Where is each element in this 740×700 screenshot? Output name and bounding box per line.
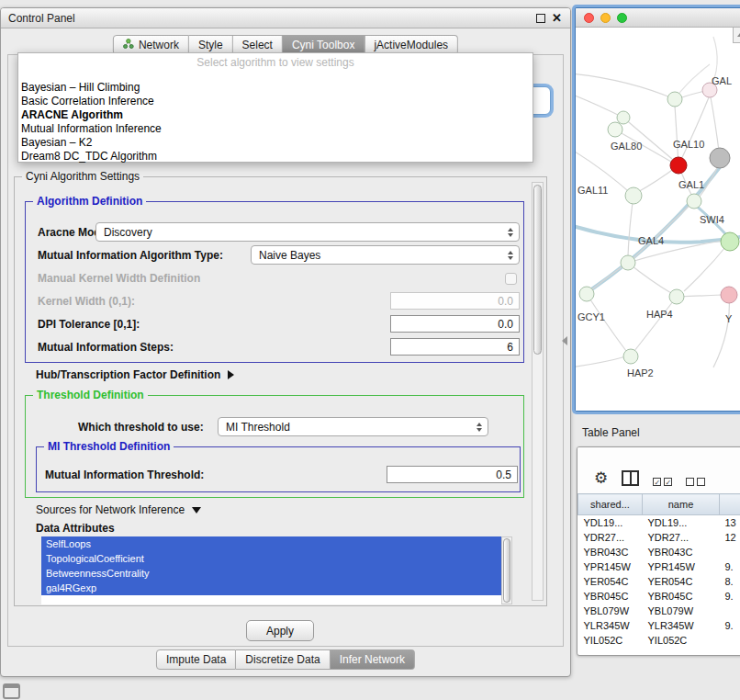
kernel-width-label: Kernel Width (0,1):	[38, 295, 135, 308]
sources-expander[interactable]: Sources for Network Inference	[36, 503, 201, 516]
network-node[interactable]	[670, 157, 687, 174]
which-threshold-value: MI Threshold	[226, 421, 290, 434]
table-row[interactable]: YDL19...YDL19...13	[578, 515, 740, 531]
minimized-panel-icon[interactable]	[3, 683, 20, 699]
settings-scrollbar[interactable]	[532, 182, 544, 601]
mi-threshold-input[interactable]: 0.5	[387, 466, 518, 483]
mi-threshold-value: 0.5	[496, 469, 511, 481]
algorithm-option-bayesian-k2[interactable]: Bayesian – K2	[18, 136, 533, 150]
algorithm-option-aracne-algorithm[interactable]: ARACNE Algorithm	[18, 108, 533, 122]
network-node[interactable]	[621, 255, 635, 270]
select-all-rows-icon[interactable]: ✓✓	[653, 478, 672, 486]
apply-button[interactable]: Apply	[246, 620, 314, 641]
hub-definition-expander[interactable]: Hub/Transcription Factor Definition	[36, 368, 234, 381]
settings-scrollbar-thumb[interactable]	[533, 185, 542, 355]
scroll-up-button[interactable]	[733, 28, 740, 43]
table-row[interactable]: YBR045CYBR045C9.	[578, 589, 740, 604]
network-edge[interactable]	[576, 94, 623, 118]
network-node[interactable]	[623, 349, 638, 364]
network-node[interactable]	[617, 111, 630, 124]
table-row[interactable]: YIL052CYIL052C	[578, 633, 740, 648]
table-toolbar: ⚙ ✓✓	[577, 447, 740, 493]
column-header-name[interactable]: name	[643, 494, 720, 515]
mi-steps-input[interactable]: 6	[390, 338, 520, 356]
aracne-mode-select[interactable]: Discovery	[95, 222, 520, 242]
tab-impute-data[interactable]: Impute Data	[156, 649, 236, 670]
network-canvas[interactable]: GALGAL80GAL10GAL11GAL1SWI4GAL4GCY1HAP4HA…	[576, 28, 740, 411]
deselect-all-rows-icon[interactable]	[686, 478, 705, 486]
panel-collapse-handle-icon[interactable]	[562, 336, 567, 345]
attribute-list-scrollbar-thumb[interactable]	[503, 538, 510, 603]
float-window-button[interactable]	[536, 14, 545, 23]
cyni-settings-group-title: Cyni Algorithm Settings	[22, 170, 143, 183]
network-node[interactable]	[721, 287, 737, 303]
table-panel-window: ⚙ ✓✓ shared...name YDL19...YDL19...13YDR…	[577, 446, 740, 656]
network-window-titlebar[interactable]	[576, 8, 740, 28]
kernel-width-input[interactable]: 0.0	[390, 292, 520, 310]
network-node[interactable]	[721, 232, 739, 251]
attribute-item-selfloops[interactable]: SelfLoops	[41, 536, 501, 551]
control-panel-window: Control Panel ✕ NetworkStyleSelectCyni T…	[0, 7, 571, 677]
table-row[interactable]: YPR145WYPR145W9.	[578, 559, 740, 574]
manual-kernel-checkbox[interactable]	[505, 273, 517, 285]
network-node[interactable]	[608, 122, 622, 137]
network-edge[interactable]	[628, 263, 671, 293]
table-cell: 9.	[720, 559, 740, 574]
network-node[interactable]	[625, 187, 642, 204]
manual-kernel-label: Manual Kernel Width Definition	[38, 272, 200, 285]
network-edge[interactable]	[713, 295, 729, 367]
network-edge[interactable]	[587, 294, 626, 351]
gear-icon[interactable]: ⚙	[594, 470, 608, 486]
network-node[interactable]	[687, 194, 701, 209]
network-graph[interactable]: GALGAL80GAL10GAL11GAL1SWI4GAL4GCY1HAP4HA…	[576, 28, 740, 410]
algorithm-option-basic-correlation-inference[interactable]: Basic Correlation Inference	[18, 95, 533, 108]
attribute-item-gal4rgexp[interactable]: gal4RGexp	[41, 581, 501, 595]
table-cell: YDR27...	[578, 530, 643, 545]
network-node[interactable]	[579, 287, 594, 301]
combo-arrows-icon	[508, 251, 513, 260]
control-panel-titlebar[interactable]: Control Panel ✕	[1, 8, 570, 28]
network-node[interactable]	[667, 92, 682, 107]
close-traffic-light[interactable]	[584, 13, 594, 23]
data-attributes-label: Data Attributes	[36, 522, 115, 535]
attribute-item-betweennesscentrality[interactable]: BetweennessCentrality	[41, 566, 501, 581]
dpi-tolerance-input[interactable]: 0.0	[390, 315, 520, 333]
attribute-item-topologicalcoefficient[interactable]: TopologicalCoefficient	[41, 551, 501, 566]
algorithm-option-dream8-dc-tdc-algorithm[interactable]: Dream8 DC_TDC Algorithm	[18, 150, 533, 164]
table-row[interactable]: YBR043CYBR043C	[578, 545, 740, 559]
tab-label: Infer Network	[340, 653, 405, 666]
attribute-list-scrollbar[interactable]	[501, 536, 512, 604]
network-edge[interactable]	[634, 297, 677, 351]
network-node[interactable]	[710, 148, 730, 168]
algorithm-option-mutual-information-inference[interactable]: Mutual Information Inference	[18, 122, 533, 136]
network-edge[interactable]	[576, 356, 626, 367]
tab-discretize-data[interactable]: Discretize Data	[236, 649, 330, 670]
column-header-extra[interactable]	[720, 494, 740, 515]
table-row[interactable]: YLR345WYLR345W9.	[578, 618, 740, 633]
network-edge[interactable]	[675, 106, 678, 165]
table-row[interactable]: YBL079WYBL079W	[578, 604, 740, 618]
close-window-button[interactable]: ✕	[552, 12, 562, 24]
minimize-traffic-light[interactable]	[600, 13, 611, 23]
apply-button-label: Apply	[266, 625, 294, 638]
network-edge[interactable]	[678, 97, 709, 165]
network-edge[interactable]	[576, 73, 675, 99]
mi-type-select[interactable]: Naive Bayes	[251, 245, 520, 265]
table-row[interactable]: YDR27...YDR27...12	[578, 530, 740, 545]
tab-label: Style	[198, 39, 223, 51]
zoom-traffic-light[interactable]	[617, 13, 627, 23]
network-edge[interactable]	[684, 242, 730, 291]
network-node[interactable]	[669, 289, 684, 304]
tab-label: Discretize Data	[245, 653, 320, 666]
node-label: Y	[725, 313, 733, 324]
table-cell: 8.	[720, 574, 740, 589]
node-label: GAL4	[638, 235, 664, 246]
columns-icon[interactable]	[622, 470, 639, 486]
network-edge[interactable]	[633, 201, 694, 258]
algorithm-option-bayesian-hill-climbing[interactable]: Bayesian – Hill Climbing	[18, 81, 533, 95]
column-header-shared[interactable]: shared...	[578, 494, 643, 515]
table-row[interactable]: YER054CYER054C8.	[578, 574, 740, 589]
network-edge[interactable]	[628, 196, 633, 256]
tab-infer-network[interactable]: Infer Network	[331, 649, 415, 670]
which-threshold-select[interactable]: MI Threshold	[218, 417, 488, 436]
